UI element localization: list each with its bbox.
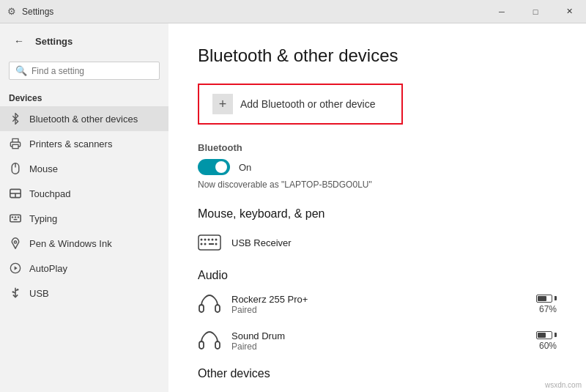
device-status-rockerz: Paired: [231, 305, 526, 315]
battery-icon-rockerz: [536, 295, 557, 303]
bluetooth-section-label: Bluetooth: [198, 142, 557, 153]
add-device-button[interactable]: + Add Bluetooth or other device: [198, 84, 403, 125]
svg-rect-6: [10, 215, 21, 222]
keyboard-icon: [198, 231, 221, 254]
sidebar-item-label-bluetooth: Bluetooth & other devices: [29, 114, 138, 125]
touchpad-icon: [9, 187, 22, 200]
audio-section: Audio Rockerz 255 Pro+ Paired: [198, 269, 557, 355]
list-item: Rockerz 255 Pro+ Paired 67%: [198, 292, 557, 319]
battery-body: [536, 295, 552, 303]
list-item: USB Receiver: [198, 231, 557, 257]
headphones-icon-2: [198, 329, 221, 352]
minimize-button[interactable]: ─: [485, 0, 519, 23]
search-input[interactable]: [31, 66, 153, 76]
sidebar-item-label-touchpad: Touchpad: [29, 188, 70, 199]
other-section: Other devices Jio SetTopBox: [198, 367, 557, 392]
svg-rect-19: [199, 235, 220, 250]
battery-tip-2: [555, 333, 557, 337]
maximize-button[interactable]: □: [519, 0, 552, 23]
add-icon: +: [212, 94, 233, 114]
svg-rect-29: [199, 305, 204, 312]
search-box[interactable]: 🔍: [9, 62, 160, 80]
device-battery-sounddrum: 60%: [536, 331, 557, 351]
battery-fill-2: [538, 333, 546, 338]
app-body: ← Settings 🔍 Devices Bluetooth & other d…: [0, 23, 586, 392]
device-name-rockerz: Rockerz 255 Pro+: [231, 294, 526, 305]
battery-percent-rockerz: 67%: [539, 304, 557, 314]
discoverable-text: Now discoverable as "LAPTOP-B5DGO0LU": [198, 180, 557, 190]
device-name: USB Receiver: [231, 237, 557, 248]
autoplay-icon: [9, 262, 22, 275]
bluetooth-toggle-row: On: [198, 159, 557, 175]
sidebar-item-label-usb: USB: [29, 288, 49, 299]
page-title: Bluetooth & other devices: [198, 45, 557, 66]
sidebar-item-label-printers: Printers & scanners: [29, 138, 112, 149]
list-item: Sound Drum Paired 60%: [198, 329, 557, 355]
printer-icon: [9, 137, 22, 150]
svg-rect-31: [199, 341, 204, 349]
device-battery-rockerz: 67%: [536, 295, 557, 314]
titlebar-left: ⚙ Settings: [7, 6, 53, 17]
svg-rect-0: [12, 144, 18, 148]
audio-section-title: Audio: [198, 269, 557, 282]
battery-percent-sounddrum: 60%: [539, 341, 557, 351]
battery-tip: [555, 296, 557, 300]
device-info-sounddrum: Sound Drum Paired: [231, 330, 526, 352]
sidebar-item-bluetooth[interactable]: Bluetooth & other devices: [0, 106, 168, 131]
watermark: wsxdn.com: [545, 381, 582, 389]
mouse-section-title: Mouse, keyboard, & pen: [198, 207, 557, 221]
sidebar-item-label-pen: Pen & Windows Ink: [29, 238, 112, 249]
usb-icon: [9, 286, 22, 300]
svg-point-11: [14, 241, 16, 243]
search-icon: 🔍: [15, 65, 27, 76]
bluetooth-state-label: On: [239, 162, 251, 173]
svg-point-18: [12, 291, 14, 292]
sidebar-item-usb[interactable]: USB: [0, 281, 168, 306]
device-status-sounddrum: Paired: [231, 341, 526, 352]
main-content: Bluetooth & other devices + Add Bluetoot…: [168, 23, 586, 392]
bluetooth-icon: [9, 112, 22, 125]
battery-icon-sounddrum: [536, 331, 557, 339]
device-info: USB Receiver: [231, 237, 557, 248]
device-name-sounddrum: Sound Drum: [231, 330, 526, 341]
sidebar-item-mouse[interactable]: Mouse: [0, 156, 168, 181]
headphones-icon: [198, 292, 221, 316]
sidebar-nav-top: ← Settings: [0, 23, 168, 59]
svg-rect-32: [215, 341, 220, 349]
other-section-title: Other devices: [198, 367, 557, 380]
sidebar-section-label: Devices: [0, 89, 168, 106]
battery-body-2: [536, 331, 552, 339]
svg-point-17: [17, 289, 18, 290]
mouse-icon: [9, 162, 22, 175]
device-info-rockerz: Rockerz 255 Pro+ Paired: [231, 294, 526, 315]
titlebar-title: Settings: [22, 7, 53, 17]
svg-marker-13: [15, 266, 18, 270]
add-device-label: Add Bluetooth or other device: [240, 98, 375, 110]
titlebar: ⚙ Settings ─ □ ✕: [0, 0, 586, 23]
sidebar-item-label-autoplay: AutoPlay: [29, 263, 67, 274]
back-button[interactable]: ←: [9, 31, 29, 51]
bluetooth-toggle[interactable]: [198, 159, 230, 175]
sidebar-item-autoplay[interactable]: AutoPlay: [0, 256, 168, 281]
close-button[interactable]: ✕: [552, 0, 586, 23]
sidebar-item-label-mouse: Mouse: [29, 163, 58, 174]
sidebar-item-pen[interactable]: Pen & Windows Ink: [0, 231, 168, 256]
mouse-section: Mouse, keyboard, & pen: [198, 207, 557, 257]
pen-icon: [9, 237, 22, 250]
battery-fill: [538, 296, 546, 301]
sidebar-item-label-typing: Typing: [29, 213, 57, 224]
sidebar: ← Settings 🔍 Devices Bluetooth & other d…: [0, 23, 168, 392]
typing-icon: [9, 212, 22, 225]
sidebar-app-title: Settings: [35, 36, 73, 47]
sidebar-item-typing[interactable]: Typing: [0, 206, 168, 231]
sidebar-item-printers[interactable]: Printers & scanners: [0, 131, 168, 156]
titlebar-controls: ─ □ ✕: [485, 0, 586, 23]
sidebar-item-touchpad[interactable]: Touchpad: [0, 181, 168, 206]
svg-rect-30: [215, 305, 220, 312]
